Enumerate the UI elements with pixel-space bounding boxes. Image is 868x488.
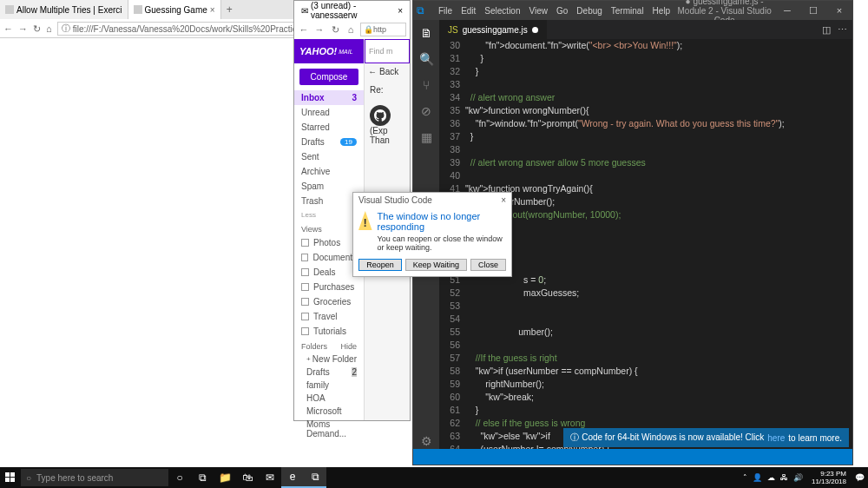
status-bar[interactable] bbox=[413, 449, 852, 465]
task-view-icon[interactable]: ⧉ bbox=[191, 467, 214, 488]
dialog-titlebar: Visual Studio Code × bbox=[353, 193, 511, 208]
editor-actions: ◫ ⋯ bbox=[817, 24, 852, 36]
menu-edit[interactable]: Edit bbox=[457, 6, 480, 16]
vscode-taskbar-icon[interactable]: ⧉ bbox=[304, 467, 326, 488]
back-button[interactable]: ← bbox=[3, 23, 13, 34]
folder-sent[interactable]: Sent bbox=[294, 149, 364, 164]
compose-button[interactable]: Compose bbox=[299, 69, 358, 85]
home-button[interactable]: ⌂ bbox=[345, 24, 357, 35]
edge-content bbox=[0, 38, 293, 469]
favicon-icon bbox=[134, 5, 142, 14]
folder-inbox[interactable]: Inbox3 bbox=[294, 90, 364, 105]
keep-waiting-button[interactable]: Keep Waiting bbox=[405, 259, 467, 271]
volume-icon[interactable]: 🔊 bbox=[793, 473, 803, 482]
svg-rect-3 bbox=[10, 478, 15, 482]
code-content[interactable]: "fn">document."fn">write("<br> <br>You W… bbox=[465, 39, 852, 449]
source-control-icon[interactable]: ⑂ bbox=[418, 77, 434, 93]
more-actions-icon[interactable]: ⋯ bbox=[838, 24, 847, 36]
minimize-button[interactable]: ─ bbox=[774, 5, 800, 16]
forward-button[interactable]: → bbox=[313, 24, 326, 35]
notification-link[interactable]: here bbox=[767, 433, 785, 443]
mail-icon[interactable]: ✉ bbox=[259, 467, 281, 488]
mail-address-bar[interactable]: 🔒 http bbox=[360, 23, 406, 36]
explorer-icon[interactable]: 🗎 bbox=[418, 25, 434, 41]
tray-chevron-icon[interactable]: ˄ bbox=[743, 473, 747, 482]
split-editor-icon[interactable]: ◫ bbox=[822, 24, 831, 36]
refresh-button[interactable]: ↻ bbox=[33, 23, 41, 35]
views-label: Views bbox=[301, 225, 322, 234]
home-button[interactable]: ⌂ bbox=[46, 23, 52, 34]
debug-icon[interactable]: ⊘ bbox=[418, 103, 434, 119]
view-groceries[interactable]: Groceries bbox=[294, 294, 364, 309]
folder-unread[interactable]: Unread bbox=[294, 105, 364, 120]
folder-archive[interactable]: Archive bbox=[294, 164, 364, 179]
window-controls: ─ ☐ × bbox=[774, 5, 852, 16]
view-travel[interactable]: Travel bbox=[294, 309, 364, 324]
onedrive-icon[interactable]: ☁ bbox=[767, 473, 775, 482]
custom-folder[interactable]: + New Folder bbox=[294, 353, 364, 366]
view-tutorials[interactable]: Tutorials bbox=[294, 324, 364, 339]
view-icon bbox=[301, 313, 309, 320]
mail-toolbar: ← → ↻ ⌂ 🔒 http bbox=[294, 20, 410, 39]
dialog-heading: The window is no longer responding bbox=[378, 211, 506, 232]
clock-time: 9:23 PM bbox=[812, 470, 846, 478]
custom-folder[interactable]: Moms Demand... bbox=[294, 418, 364, 440]
custom-folder[interactable]: HOA bbox=[294, 392, 364, 405]
menu-go[interactable]: Go bbox=[552, 6, 572, 16]
folder-starred[interactable]: Starred bbox=[294, 120, 364, 135]
taskbar-search[interactable]: ○ Type here to search bbox=[21, 469, 168, 486]
mail-tab-strip: ✉ (3 unread) - vanessaerw × bbox=[294, 1, 410, 20]
editor-tab[interactable]: JS guessinggame.js bbox=[439, 20, 547, 39]
windows-logo-icon bbox=[5, 472, 16, 483]
close-button[interactable]: Close bbox=[470, 259, 506, 271]
edge-tab-strip: Allow Multiple Tries | Exerci Guessing G… bbox=[0, 0, 293, 19]
clock[interactable]: 9:23 PM 11/13/2018 bbox=[808, 470, 850, 485]
view-purchases[interactable]: Purchases bbox=[294, 280, 364, 294]
settings-gear-icon[interactable]: ⚙ bbox=[418, 433, 434, 449]
edge-taskbar-icon[interactable]: e bbox=[281, 467, 304, 488]
menu-file[interactable]: File bbox=[434, 6, 457, 16]
reopen-button[interactable]: Reopen bbox=[358, 259, 402, 271]
mail-tab-title: (3 unread) - vanessaerw bbox=[311, 1, 395, 20]
action-center-icon[interactable]: 💬 bbox=[855, 473, 865, 482]
edge-tab-1[interactable]: Allow Multiple Tries | Exerci bbox=[0, 0, 128, 19]
mail-search-box[interactable]: Find m bbox=[365, 39, 410, 63]
store-icon[interactable]: 🛍 bbox=[236, 467, 259, 488]
close-icon[interactable]: × bbox=[210, 5, 215, 15]
custom-folder[interactable]: Drafts2 bbox=[294, 366, 364, 379]
mail-back-button[interactable]: ← Back bbox=[365, 63, 410, 80]
notification-toast[interactable]: ⓘ Code for 64-bit Windows is now availab… bbox=[563, 428, 849, 447]
menu-selection[interactable]: Selection bbox=[480, 6, 524, 16]
dialog-close-icon[interactable]: × bbox=[501, 195, 506, 205]
new-tab-button[interactable]: + bbox=[221, 3, 238, 16]
extensions-icon[interactable]: ▦ bbox=[418, 129, 434, 145]
network-icon[interactable]: 🖧 bbox=[780, 473, 788, 482]
back-label: Back bbox=[379, 67, 398, 76]
mail-tab[interactable]: ✉ (3 unread) - vanessaerw × bbox=[294, 1, 410, 20]
js-file-icon: JS bbox=[448, 25, 458, 35]
cortana-icon[interactable]: ○ bbox=[168, 467, 191, 488]
menu-view[interactable]: View bbox=[525, 6, 553, 16]
dialog-message: You can reopen or close the window or ke… bbox=[378, 234, 506, 252]
refresh-button[interactable]: ↻ bbox=[329, 24, 341, 36]
search-icon[interactable]: 🔍 bbox=[418, 51, 434, 67]
hide-link[interactable]: Hide bbox=[340, 342, 357, 351]
forward-button[interactable]: → bbox=[18, 23, 28, 34]
view-icon bbox=[301, 254, 308, 261]
start-button[interactable] bbox=[0, 467, 21, 488]
notification-text: to learn more. bbox=[788, 433, 842, 443]
dialog-body: ! The window is no longer responding You… bbox=[353, 208, 511, 255]
people-icon[interactable]: 👤 bbox=[753, 473, 762, 482]
custom-folder[interactable]: Microsoft bbox=[294, 405, 364, 418]
folder-drafts[interactable]: Drafts19 bbox=[294, 135, 364, 149]
menu-help[interactable]: Help bbox=[648, 6, 675, 16]
menu-debug[interactable]: Debug bbox=[572, 6, 606, 16]
edge-tab-2[interactable]: Guessing Game × bbox=[128, 0, 221, 19]
close-button[interactable]: × bbox=[826, 5, 852, 16]
maximize-button[interactable]: ☐ bbox=[800, 5, 826, 16]
custom-folder[interactable]: family bbox=[294, 379, 364, 392]
menu-terminal[interactable]: Terminal bbox=[607, 6, 648, 16]
file-explorer-icon[interactable]: 📁 bbox=[214, 467, 236, 488]
back-button[interactable]: ← bbox=[298, 24, 310, 35]
close-icon[interactable]: × bbox=[398, 6, 403, 16]
